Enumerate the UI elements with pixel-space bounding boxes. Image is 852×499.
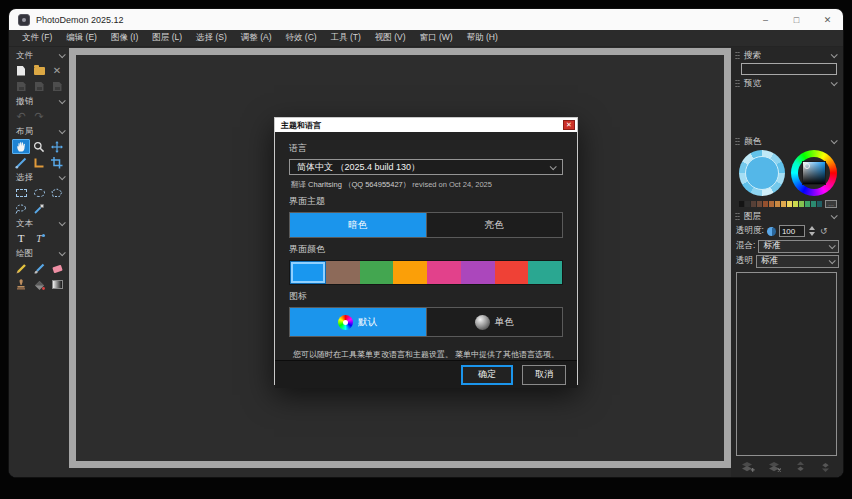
drag-grip-icon[interactable] bbox=[735, 51, 740, 60]
accent-swatch[interactable] bbox=[290, 261, 326, 284]
close-image-button[interactable]: ✕ bbox=[48, 63, 66, 78]
open-image-button[interactable] bbox=[30, 63, 48, 78]
hue-wheel[interactable] bbox=[791, 150, 837, 196]
pencil-tool-button[interactable] bbox=[12, 261, 30, 276]
select-lasso-button[interactable] bbox=[12, 201, 30, 216]
save-as-button[interactable] bbox=[30, 79, 48, 94]
straighten-tool-button[interactable] bbox=[30, 155, 48, 170]
accent-swatch[interactable] bbox=[360, 261, 394, 284]
move-layer-up-button[interactable] bbox=[794, 461, 807, 473]
accent-swatch[interactable] bbox=[461, 261, 495, 284]
toolbox-section-file[interactable]: 文件 bbox=[9, 49, 69, 62]
save-button[interactable] bbox=[12, 79, 30, 94]
palette-swatch[interactable] bbox=[805, 201, 810, 207]
menu-item[interactable]: 选择 (S) bbox=[189, 32, 234, 44]
menu-item[interactable]: 图像 (I) bbox=[104, 32, 145, 44]
accent-swatch[interactable] bbox=[427, 261, 461, 284]
palette-swatch[interactable] bbox=[751, 201, 756, 207]
add-layer-button[interactable] bbox=[740, 461, 755, 473]
toolbox-section-text[interactable]: 文本 bbox=[9, 217, 69, 230]
accent-swatch[interactable] bbox=[393, 261, 427, 284]
eraser-tool-button[interactable] bbox=[48, 261, 66, 276]
icons-mono-button[interactable]: 单色 bbox=[426, 308, 563, 336]
spin-down-icon[interactable] bbox=[809, 232, 815, 236]
language-dropdown[interactable]: 简体中文 （2025.4 build 130） bbox=[289, 159, 563, 175]
menu-item[interactable]: 编辑 (E) bbox=[59, 32, 104, 44]
menu-item[interactable]: 工具 (T) bbox=[324, 32, 368, 44]
layer-list[interactable] bbox=[736, 272, 837, 456]
export-button[interactable] bbox=[48, 79, 66, 94]
menu-item[interactable]: 图层 (L) bbox=[145, 32, 189, 44]
icons-default-button[interactable]: 默认 bbox=[290, 308, 426, 336]
menu-item[interactable]: 调整 (A) bbox=[234, 32, 279, 44]
palette-swatch[interactable] bbox=[799, 201, 804, 207]
menu-item[interactable]: 特效 (C) bbox=[278, 32, 323, 44]
blend-mode-dropdown[interactable]: 标准 bbox=[758, 240, 839, 253]
toolbox-section-paint[interactable]: 绘图 bbox=[9, 247, 69, 260]
palette-swatch[interactable] bbox=[763, 201, 768, 207]
search-input[interactable] bbox=[741, 63, 837, 75]
maximize-button[interactable]: □ bbox=[781, 9, 812, 30]
minimize-button[interactable]: – bbox=[750, 9, 781, 30]
measure-tool-button[interactable] bbox=[12, 155, 30, 170]
hand-tool-button[interactable] bbox=[12, 139, 30, 154]
dialog-close-button[interactable]: ✕ bbox=[563, 120, 575, 130]
delete-layer-button[interactable] bbox=[767, 461, 782, 473]
menu-item[interactable]: 帮助 (H) bbox=[460, 32, 505, 44]
preview-panel-header[interactable]: 预览 bbox=[733, 77, 839, 90]
zoom-tool-button[interactable] bbox=[30, 139, 48, 154]
toolbox-section-layout[interactable]: 布局 bbox=[9, 125, 69, 138]
palette-swatch[interactable] bbox=[793, 201, 798, 207]
redo-button[interactable]: ↷ bbox=[30, 109, 48, 124]
opacity-stepper[interactable] bbox=[808, 226, 817, 236]
theme-dark-button[interactable]: 暗色 bbox=[290, 213, 426, 237]
palette-swatch[interactable] bbox=[745, 201, 750, 207]
current-color-swatch[interactable] bbox=[745, 156, 779, 190]
palette-swatch[interactable] bbox=[769, 201, 774, 207]
palette-swatch[interactable] bbox=[811, 201, 816, 207]
menu-item[interactable]: 窗口 (W) bbox=[413, 32, 460, 44]
menu-item[interactable]: 视图 (V) bbox=[368, 32, 413, 44]
palette-swatch[interactable] bbox=[781, 201, 786, 207]
color-variants-wheel[interactable] bbox=[739, 150, 785, 196]
paintbrush-tool-button[interactable] bbox=[30, 261, 48, 276]
palette-swatch[interactable] bbox=[757, 201, 762, 207]
select-rect-button[interactable] bbox=[12, 185, 30, 200]
accent-swatch[interactable] bbox=[326, 261, 360, 284]
advanced-text-tool-button[interactable]: T bbox=[30, 231, 48, 246]
new-image-button[interactable] bbox=[12, 63, 30, 78]
alpha-mode-dropdown[interactable]: 标准 bbox=[756, 255, 839, 268]
text-tool-button[interactable]: T bbox=[12, 231, 30, 246]
accent-swatch[interactable] bbox=[495, 261, 529, 284]
theme-light-button[interactable]: 亮色 bbox=[426, 213, 563, 237]
move-tool-button[interactable] bbox=[48, 139, 66, 154]
layers-panel-header[interactable]: 图层 bbox=[733, 210, 839, 223]
cancel-button[interactable]: 取消 bbox=[522, 365, 566, 385]
colors-panel-header[interactable]: 颜色 bbox=[733, 135, 839, 148]
clone-stamp-tool-button[interactable] bbox=[12, 277, 30, 292]
gradient-tool-button[interactable] bbox=[48, 277, 66, 292]
fill-tool-button[interactable] bbox=[30, 277, 48, 292]
drag-grip-icon[interactable] bbox=[735, 79, 740, 88]
palette-swatch[interactable] bbox=[775, 201, 780, 207]
accent-swatch[interactable] bbox=[528, 261, 562, 284]
palette-swatch[interactable] bbox=[787, 201, 792, 207]
crop-tool-button[interactable] bbox=[48, 155, 66, 170]
select-ellipse-button[interactable] bbox=[30, 185, 48, 200]
undo-button[interactable]: ↶ bbox=[12, 109, 30, 124]
close-button[interactable]: ✕ bbox=[812, 9, 843, 30]
palette-swatch[interactable] bbox=[817, 201, 822, 207]
toolbox-section-select[interactable]: 选择 bbox=[9, 171, 69, 184]
menu-item[interactable]: 文件 (F) bbox=[15, 32, 59, 44]
palette-more-button[interactable]: … bbox=[825, 200, 837, 208]
search-panel-header[interactable]: 搜索 bbox=[733, 49, 839, 62]
select-polygon-button[interactable] bbox=[48, 185, 66, 200]
move-layer-down-button[interactable] bbox=[819, 461, 832, 473]
opacity-reset-button[interactable]: ↺ bbox=[820, 227, 828, 236]
spin-up-icon[interactable] bbox=[809, 226, 815, 230]
toolbox-section-undo[interactable]: 撤销 bbox=[9, 95, 69, 108]
palette-swatch[interactable] bbox=[739, 201, 744, 207]
opacity-input[interactable] bbox=[779, 225, 805, 237]
select-wand-button[interactable] bbox=[30, 201, 48, 216]
ok-button[interactable]: 确定 bbox=[461, 365, 513, 385]
